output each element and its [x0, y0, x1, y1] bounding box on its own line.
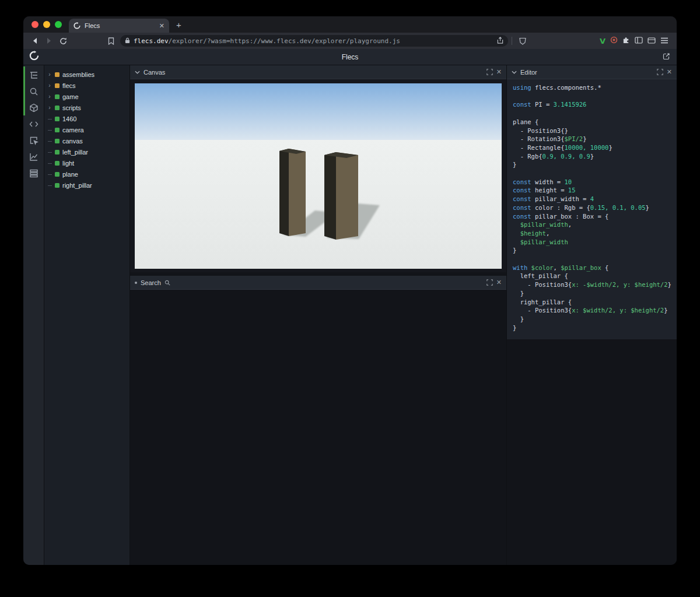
- tree-item[interactable]: canvas: [44, 135, 130, 146]
- page-title: Flecs: [23, 53, 677, 61]
- editor-filler: [507, 339, 677, 565]
- bookmark-icon[interactable]: [104, 34, 118, 47]
- tree-item[interactable]: ›scripts: [44, 102, 130, 113]
- tree-item-label: scripts: [62, 104, 81, 111]
- extensions-puzzle-icon[interactable]: [622, 36, 630, 46]
- url-host: flecs.dev: [134, 37, 169, 45]
- tree-item[interactable]: ›game: [44, 91, 130, 102]
- editor-panel-title: Editor: [520, 69, 537, 76]
- brave-shield-icon[interactable]: [516, 34, 530, 47]
- code-line: - Rotation3{$PI/2}: [513, 135, 677, 143]
- code-line: const pillar_box : Box = {: [513, 212, 677, 221]
- close-tab-icon[interactable]: ✕: [159, 22, 164, 30]
- code-icon[interactable]: [29, 119, 39, 129]
- wallet-icon[interactable]: [648, 36, 656, 46]
- code-line: $height,: [513, 229, 677, 238]
- tree-item-label: plane: [62, 171, 78, 178]
- code-line: }: [513, 324, 677, 332]
- search-icon[interactable]: [29, 86, 39, 97]
- expand-arrow-icon[interactable]: ›: [47, 93, 52, 100]
- tree-item-label: canvas: [62, 138, 83, 145]
- tree-item-label: camera: [62, 127, 84, 134]
- tree-item[interactable]: camera: [44, 124, 130, 135]
- expand-arrow-icon[interactable]: ›: [47, 71, 52, 78]
- window-controls: [23, 21, 69, 28]
- canvas-panel-title: Canvas: [144, 69, 165, 76]
- tree-item[interactable]: ›flecs: [44, 80, 130, 91]
- code-line: - Rectangle{10000, 10000}: [513, 143, 677, 152]
- tree-item[interactable]: ›assemblies: [44, 69, 130, 80]
- tree-item[interactable]: 1460: [44, 113, 130, 124]
- extension-v-icon[interactable]: V: [600, 37, 606, 45]
- code-line: const PI = 3.1415926: [513, 100, 677, 109]
- code-line: - Position3{}: [513, 127, 677, 135]
- tree-item[interactable]: light: [44, 157, 130, 168]
- code-line: $pillar_width,: [513, 220, 677, 229]
- canvas-panel-body: [130, 79, 506, 272]
- minimize-window-button[interactable]: [43, 21, 50, 28]
- close-panel-icon[interactable]: ✕: [496, 279, 502, 286]
- menu-icon[interactable]: [660, 36, 668, 46]
- entity-square-icon: [55, 139, 60, 143]
- close-window-button[interactable]: [32, 21, 38, 28]
- tree-item-label: 1460: [62, 115, 76, 122]
- browser-tab[interactable]: Flecs ✕: [69, 19, 169, 33]
- entity-square-icon: [55, 72, 60, 77]
- sidebar-toggle-icon[interactable]: [635, 36, 643, 46]
- entity-tree: ›assemblies›flecs›game›scripts1460camera…: [44, 65, 130, 565]
- editor-panel-header: Editor ✕: [507, 65, 677, 79]
- tree-connector: [47, 138, 52, 144]
- toolbar-separator: [512, 37, 512, 45]
- code-line: $pillar_width: [513, 238, 677, 247]
- tree-item[interactable]: plane: [44, 168, 130, 180]
- chevron-down-icon[interactable]: [135, 71, 140, 74]
- sky: [135, 83, 502, 142]
- search-panel-header: Search ✕: [130, 276, 506, 290]
- entity-square-icon: [55, 128, 60, 132]
- zoom-window-button[interactable]: [55, 21, 62, 28]
- collapsed-dot-icon[interactable]: [135, 282, 137, 284]
- close-panel-icon[interactable]: ✕: [496, 68, 502, 76]
- code-line: }: [513, 246, 677, 255]
- entity-tree-icon[interactable]: [29, 70, 39, 80]
- new-tab-button[interactable]: +: [176, 20, 181, 30]
- lock-icon: [125, 37, 130, 45]
- close-panel-icon[interactable]: ✕: [667, 68, 672, 76]
- fullscreen-icon[interactable]: [657, 69, 663, 75]
- inspect-icon[interactable]: [29, 135, 39, 146]
- forward-button[interactable]: [42, 34, 56, 47]
- extension-icons: V: [600, 36, 672, 46]
- tree-item[interactable]: right_pillar: [44, 180, 130, 191]
- tree-connector: [47, 149, 52, 155]
- browser-toolbar: flecs.dev/explorer/?wasm=https://www.fle…: [23, 33, 677, 49]
- extension-dot-icon[interactable]: [610, 36, 618, 46]
- tree-item-label: light: [62, 160, 74, 167]
- chevron-down-icon[interactable]: [512, 71, 517, 74]
- sidebar-accent-bar: [23, 66, 25, 115]
- code-line: }: [513, 289, 677, 298]
- tab-title: Flecs: [85, 22, 100, 29]
- left-pillar: [279, 149, 306, 236]
- fullscreen-icon[interactable]: [487, 279, 493, 286]
- tree-item-label: right_pillar: [62, 182, 92, 189]
- share-icon[interactable]: [497, 37, 503, 45]
- code-line: const width = 10: [513, 178, 677, 187]
- tree-item-label: assemblies: [62, 71, 94, 78]
- code-line: - Position3{x: $width/2, y: $height/2}: [513, 306, 677, 315]
- tree-item[interactable]: left_pillar: [44, 146, 130, 157]
- fullscreen-icon[interactable]: [487, 69, 493, 75]
- code-editor[interactable]: using flecs.components.* const PI = 3.14…: [507, 79, 677, 339]
- search-panel-title: Search: [141, 279, 161, 286]
- expand-arrow-icon[interactable]: ›: [47, 82, 52, 89]
- expand-arrow-icon[interactable]: ›: [47, 104, 52, 111]
- back-button[interactable]: [28, 34, 42, 47]
- code-line: right_pillar {: [513, 298, 677, 307]
- url-bar[interactable]: flecs.dev/explorer/?wasm=https://www.fle…: [120, 35, 508, 47]
- 3d-canvas[interactable]: [135, 83, 502, 269]
- statistics-icon[interactable]: [29, 152, 39, 162]
- queries-icon[interactable]: [29, 168, 39, 178]
- tab-bar: Flecs ✕ +: [23, 16, 677, 33]
- reload-button[interactable]: [56, 34, 70, 47]
- entities-icon[interactable]: [29, 103, 39, 113]
- right-pillar: [324, 152, 358, 240]
